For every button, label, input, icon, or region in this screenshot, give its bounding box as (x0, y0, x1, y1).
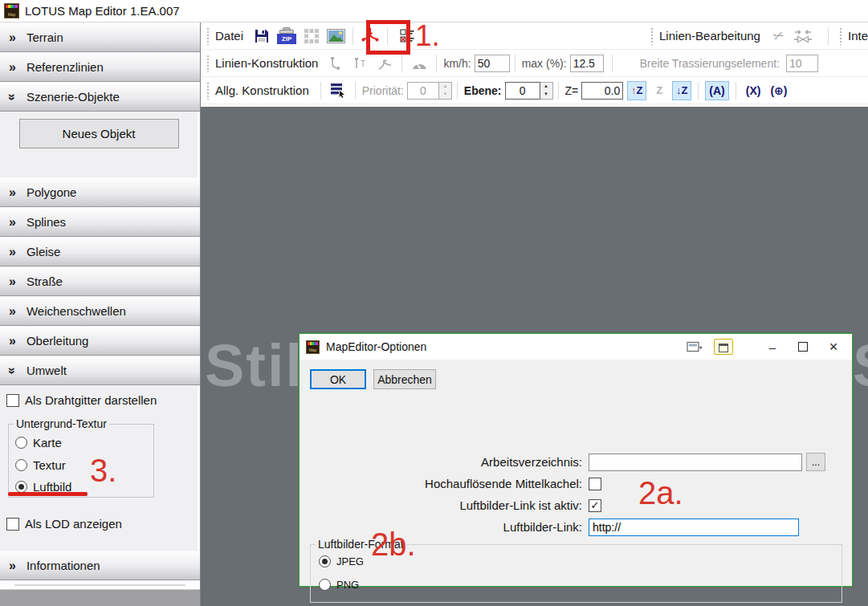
toolbar-allg-konstruktion: Allg. Konstruktion Priorität: ▲ ▼ (201, 77, 868, 104)
z-input[interactable] (581, 82, 623, 100)
arbeitsverzeichnis-label: Arbeitsverzeichnis: (300, 455, 589, 469)
mittelkachel-checkbox[interactable] (589, 478, 601, 490)
cut-line-button[interactable]: ✂ (768, 26, 790, 47)
join-lines-icon (793, 29, 813, 43)
close-button[interactable]: × (821, 337, 846, 356)
minimize-button[interactable]: – (760, 337, 784, 356)
drahtgitter-checkbox-row[interactable]: Als Drahtgitter darstellen (6, 393, 157, 407)
toolbar-separator (736, 82, 736, 100)
image-icon (327, 29, 345, 43)
radio-label[interactable]: JPEG (336, 555, 364, 567)
pin-window-button[interactable] (687, 341, 703, 353)
toolbar-separator (355, 82, 356, 100)
rotate-grid-toggle[interactable]: (⊕) (767, 82, 790, 100)
sidebar-section-informationen[interactable]: » Informationen (0, 551, 200, 580)
sidebar-section-referenzlinien[interactable]: » Referenzlinien (0, 52, 200, 82)
toolbar-gripper[interactable] (206, 27, 210, 45)
properties-list-button[interactable] (327, 80, 349, 101)
join-lines-button[interactable] (792, 26, 814, 47)
sidebar-section-strasse[interactable]: » Straße (0, 266, 200, 296)
kmh-input[interactable] (475, 55, 510, 72)
spin-buttons[interactable]: ▲ ▼ (439, 82, 452, 100)
ebene-spinner[interactable]: ▲ ▼ (505, 82, 553, 100)
sidebar-section-splines[interactable]: » Splines (0, 207, 200, 237)
link-aktiv-checkbox[interactable]: ✓ (589, 499, 601, 512)
neues-objekt-button[interactable]: Neues Objekt (19, 119, 179, 148)
chevron-right-icon: » (9, 31, 16, 44)
annotation-step2b-label: 2b. (371, 528, 416, 560)
max-percent-input[interactable] (570, 55, 604, 72)
toolbar-gripper[interactable] (206, 82, 210, 100)
insert-t-node-button[interactable]: T (349, 53, 372, 74)
prioritaet-spinner[interactable]: ▲ ▼ (407, 82, 452, 100)
luftbilder-link-input[interactable] (589, 519, 799, 536)
radio-label[interactable]: PNG (336, 579, 359, 591)
rotate-a-toggle[interactable]: (A) (705, 81, 728, 100)
spin-buttons[interactable]: ▲ ▼ (540, 82, 553, 100)
sidebar-section-gleise[interactable]: » Gleise (0, 237, 200, 266)
spin-up-icon[interactable]: ▲ (540, 83, 552, 91)
drahtgitter-checkbox[interactable] (6, 394, 19, 407)
image-button[interactable] (324, 26, 347, 47)
toolbar-separator (612, 55, 613, 72)
flatten-z-toggle[interactable]: Z (650, 81, 669, 100)
maximize-button[interactable] (791, 337, 815, 356)
checkbox-label[interactable]: Als LOD anzeigen (25, 517, 122, 531)
karte-radio[interactable] (15, 437, 27, 449)
toolbar-gripper[interactable] (206, 55, 210, 72)
cancel-button[interactable]: Abbrechen (373, 369, 436, 389)
append-node-button[interactable] (325, 53, 348, 74)
raise-z-toggle[interactable]: ↑Z (627, 81, 646, 100)
arbeitsverzeichnis-input[interactable] (589, 453, 802, 471)
sidebar-section-label: Umwelt (26, 364, 67, 377)
radio-png-row[interactable]: PNG (319, 579, 359, 591)
sidebar-section-label: Terrain (26, 31, 63, 44)
dialog-titlebar[interactable]: Map MapEditor-Optionen – × (300, 334, 852, 360)
sidebar-section-terrain[interactable]: » Terrain (0, 22, 200, 52)
checkbox-label[interactable]: Als Drahtgitter darstellen (25, 393, 157, 407)
z-letter: Z (656, 84, 662, 96)
spin-up-icon[interactable]: ▲ (439, 83, 451, 91)
radio-textur-row[interactable]: Textur (15, 458, 66, 472)
lod-checkbox[interactable] (6, 518, 19, 531)
spin-down-icon[interactable]: ▼ (540, 91, 552, 99)
png-radio[interactable] (319, 579, 331, 591)
rotate-x-toggle[interactable]: (X) (743, 82, 764, 100)
toolbar-gripper[interactable] (650, 27, 654, 45)
radio-karte-row[interactable]: Karte (15, 436, 62, 449)
app-logo-icon: Map (4, 3, 19, 18)
spin-down-icon[interactable]: ▼ (439, 91, 451, 99)
mittelkachel-label: Hochauflösende Mittelkachel: (300, 477, 589, 490)
textur-radio[interactable] (15, 459, 27, 471)
sidebar-section-label: Straße (26, 275, 63, 288)
export-zip-button[interactable]: ZIP (275, 26, 299, 47)
drop-z-toggle[interactable]: ↓Z (672, 81, 691, 100)
luftbild-radio[interactable] (15, 481, 27, 493)
toolbar-gripper[interactable] (839, 27, 843, 45)
radio-jpeg-row[interactable]: JPEG (319, 555, 364, 567)
pin-window-icon (687, 341, 703, 353)
toolbar-separator (320, 82, 321, 100)
speed-limit-button[interactable] (408, 53, 430, 74)
lod-checkbox-row[interactable]: Als LOD anzeigen (6, 517, 122, 531)
sidebar-section-polygone[interactable]: » Polygone (0, 177, 200, 207)
chevron-right-icon: » (9, 559, 16, 572)
sidebar-section-oberleitung[interactable]: » Oberleitung (0, 326, 200, 356)
ok-button[interactable]: OK (310, 369, 366, 389)
sidebar-section-szenerie-objekte[interactable]: » Szenerie-Objekte (0, 82, 200, 112)
radio-label[interactable]: Textur (33, 458, 66, 472)
breite-input[interactable] (786, 55, 818, 72)
radio-label[interactable]: Karte (33, 436, 62, 449)
browse-button[interactable]: ... (806, 453, 825, 471)
prioritaet-input[interactable] (407, 82, 439, 100)
sidebar-section-weichenschwellen[interactable]: » Weichenschwellen (0, 296, 200, 326)
sidebar-section-umwelt[interactable]: » Umwelt (0, 356, 200, 385)
jpeg-radio[interactable] (319, 555, 331, 567)
save-button[interactable] (251, 26, 273, 47)
sidebar: » Terrain » Referenzlinien » Szenerie-Ob… (0, 22, 201, 606)
tile-grid-button[interactable] (300, 26, 323, 47)
branch-line-button[interactable] (373, 53, 396, 74)
dock-window-button[interactable] (714, 339, 733, 355)
sidebar-footer-strip (0, 580, 200, 590)
ebene-input[interactable] (505, 82, 540, 100)
